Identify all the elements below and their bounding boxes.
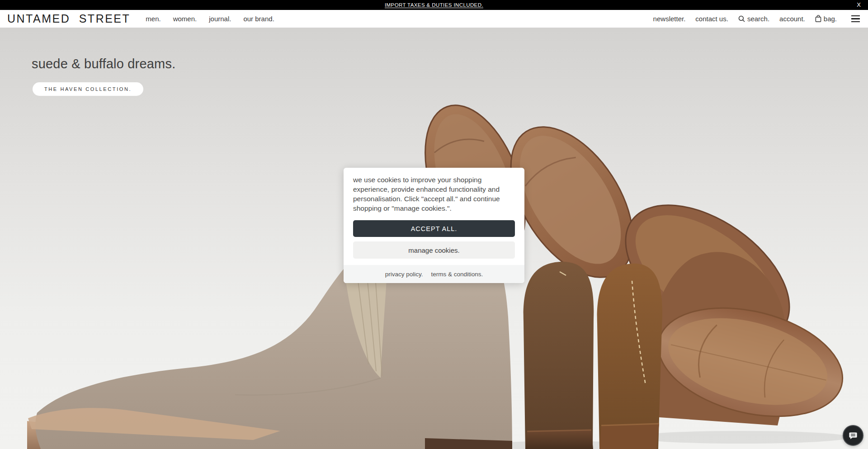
site-header: UNTAMED STREET men. women. journal. our … bbox=[0, 10, 868, 28]
nav-item-search-label: search. bbox=[747, 15, 769, 23]
bag-icon bbox=[815, 15, 821, 22]
hamburger-icon bbox=[851, 15, 860, 16]
manage-cookies-button[interactable]: manage cookies. bbox=[353, 241, 515, 259]
menu-button[interactable] bbox=[850, 14, 861, 24]
cookie-modal-footer: privacy policy. terms & conditions. bbox=[344, 265, 524, 283]
cookie-modal-body: we use cookies to improve your shopping … bbox=[344, 168, 524, 265]
search-icon bbox=[738, 15, 745, 22]
announcement-banner: IMPORT TAXES & DUTIES INCLUDED. X bbox=[0, 0, 868, 10]
nav-item-account[interactable]: account. bbox=[779, 15, 805, 23]
collection-cta-button[interactable]: THE HAVEN COLLECTION. bbox=[33, 82, 143, 96]
nav-item-bag[interactable]: bag. bbox=[815, 15, 837, 23]
logo[interactable]: UNTAMED STREET bbox=[7, 12, 130, 25]
nav-item-bag-label: bag. bbox=[824, 15, 837, 23]
hero-heading: suede & buffalo dreams. bbox=[32, 57, 175, 71]
nav-item-women[interactable]: women. bbox=[173, 15, 197, 23]
utility-nav: newsletter. contact us. search. account.… bbox=[653, 14, 861, 24]
close-icon[interactable]: X bbox=[857, 0, 861, 10]
nav-item-journal[interactable]: journal. bbox=[209, 15, 231, 23]
nav-item-our-brand[interactable]: our brand. bbox=[243, 15, 274, 23]
primary-nav: men. women. journal. our brand. bbox=[146, 15, 274, 23]
chat-icon bbox=[848, 430, 858, 440]
chat-widget-button[interactable] bbox=[843, 425, 863, 446]
cookie-message: we use cookies to improve your shopping … bbox=[353, 175, 515, 213]
nav-item-newsletter[interactable]: newsletter. bbox=[653, 15, 686, 23]
nav-item-search[interactable]: search. bbox=[738, 15, 769, 23]
nav-item-men[interactable]: men. bbox=[146, 15, 160, 23]
announcement-link[interactable]: IMPORT TAXES & DUTIES INCLUDED. bbox=[385, 2, 483, 8]
terms-conditions-link[interactable]: terms & conditions. bbox=[431, 271, 483, 278]
nav-item-contact[interactable]: contact us. bbox=[695, 15, 728, 23]
cookie-consent-modal: we use cookies to improve your shopping … bbox=[344, 168, 524, 283]
accept-all-button[interactable]: ACCEPT ALL. bbox=[353, 220, 515, 237]
privacy-policy-link[interactable]: privacy policy. bbox=[385, 271, 423, 278]
